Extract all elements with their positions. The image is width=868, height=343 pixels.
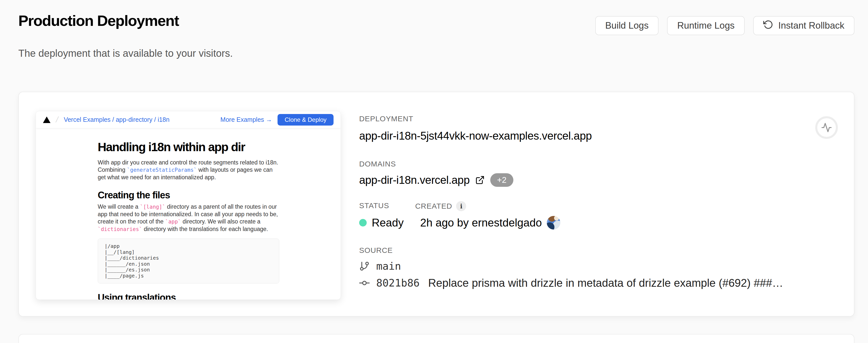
deployment-preview[interactable]: / Vercel Examples / app-directory / i18n…: [36, 111, 341, 300]
status-created-values: Ready 2h ago by ernestdelgado: [359, 216, 801, 230]
status-value: Ready: [372, 216, 404, 229]
commit-hash: 8021b86: [376, 277, 420, 289]
creator-avatar[interactable]: [547, 216, 560, 229]
deployment-section-label: DEPLOYMENT: [359, 114, 801, 123]
preview-paragraph: We will create a `[lang]` directory as a…: [98, 203, 279, 233]
git-commit-icon: [359, 278, 370, 288]
clone-deploy-button[interactable]: Clone & Deploy: [278, 114, 334, 126]
preview-paragraph: With app dir you create and control the …: [98, 159, 279, 181]
info-icon[interactable]: i: [456, 201, 466, 211]
preview-breadcrumb-link[interactable]: Vercel Examples / app-directory / i18n: [64, 116, 169, 123]
code-line: |/app: [104, 243, 273, 249]
code-line: |______/en.json: [104, 261, 273, 267]
status-value-cell: Ready: [359, 216, 415, 230]
primary-domain-link[interactable]: app-dir-i18n.vercel.app: [359, 174, 470, 186]
branch-name: main: [376, 260, 401, 272]
preview-article: Handling i18n within app dir With app di…: [36, 128, 341, 300]
breadcrumb-separator: /: [55, 115, 59, 124]
rotate-ccw-icon: [763, 20, 773, 32]
commit-message: Replace prisma with drizzle in metadata …: [428, 277, 783, 289]
runtime-logs-button[interactable]: Runtime Logs: [667, 16, 744, 35]
preview-code-block: |/app|__/[lang]|____/dictionaries|______…: [98, 239, 279, 283]
source-branch-row[interactable]: main: [359, 260, 801, 273]
inline-code: `app`: [165, 219, 181, 225]
created-section-label: CREATED: [415, 201, 452, 211]
page-subtitle: The deployment that is available to your…: [18, 48, 233, 59]
inline-code: `generateStaticParams`: [127, 167, 197, 173]
inline-code: `dictionaries`: [98, 226, 142, 232]
next-section-card: [18, 334, 855, 343]
created-section-label-row: CREATED i: [415, 201, 466, 211]
production-deployment-card: / Vercel Examples / app-directory / i18n…: [18, 92, 855, 317]
code-line: |____/page.js: [104, 273, 273, 279]
instant-rollback-label: Instant Rollback: [778, 20, 844, 31]
deployment-details: DEPLOYMENT app-dir-i18n-5jst44vkk-now-ex…: [359, 114, 801, 290]
instant-rollback-button[interactable]: Instant Rollback: [753, 16, 855, 35]
created-value: 2h ago by ernestdelgado: [420, 216, 542, 229]
more-examples-link[interactable]: More Examples →: [220, 116, 272, 123]
extra-domains-badge[interactable]: +2: [490, 173, 514, 187]
activity-pulse-icon: [821, 122, 832, 133]
domain-row: app-dir-i18n.vercel.app +2: [359, 173, 801, 187]
code-line: |______/es.json: [104, 267, 273, 273]
page-title: Production Deployment: [18, 12, 179, 29]
code-line: |__/[lang]: [104, 249, 273, 255]
deployment-url[interactable]: app-dir-i18n-5jst44vkk-now-examples.verc…: [359, 129, 801, 143]
status-created-labels: STATUS CREATED i: [359, 201, 801, 211]
build-logs-button[interactable]: Build Logs: [595, 16, 659, 35]
preview-page-body: Handling i18n within app dir With app di…: [36, 128, 341, 300]
vercel-triangle-logo: [43, 117, 51, 123]
preview-section-heading-creating: Creating the files: [98, 190, 279, 200]
source-commit-row[interactable]: 8021b86 Replace prisma with drizzle in m…: [359, 276, 801, 290]
header-actions: Build Logs Runtime Logs Instant Rollback: [595, 16, 855, 35]
ready-status-dot-icon: [359, 219, 367, 226]
source-section-label: SOURCE: [359, 246, 801, 255]
preview-article-title: Handling i18n within app dir: [98, 141, 279, 154]
status-section-label: STATUS: [359, 201, 415, 211]
external-link-icon[interactable]: [475, 175, 485, 185]
inline-code: `[lang]`: [140, 204, 165, 210]
deployment-activity-button[interactable]: [815, 116, 838, 139]
preview-section-heading-using: Using translations: [98, 292, 279, 300]
code-line: |____/dictionaries: [104, 255, 273, 261]
preview-site-header: / Vercel Examples / app-directory / i18n…: [36, 111, 341, 128]
page-header: Production Deployment The deployment tha…: [18, 0, 855, 75]
git-branch-icon: [359, 261, 370, 272]
domains-section-label: DOMAINS: [359, 159, 801, 168]
